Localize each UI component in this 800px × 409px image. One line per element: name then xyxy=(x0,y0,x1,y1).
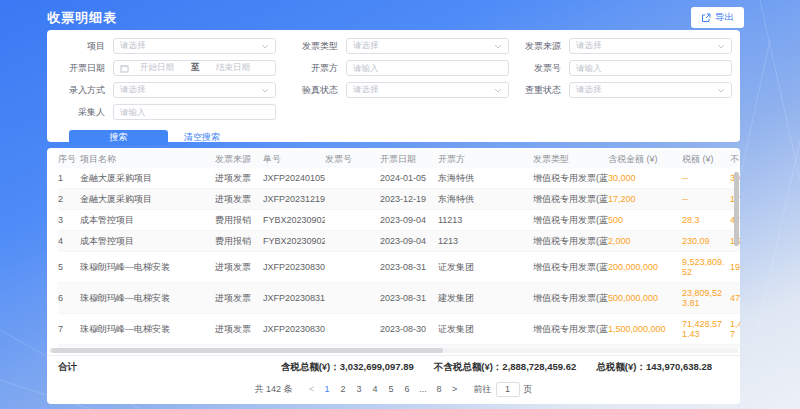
cell-no: 2 xyxy=(58,189,80,210)
cell-date: 2023-08-31 xyxy=(380,283,438,314)
page-number-5[interactable]: 5 xyxy=(385,384,398,394)
cell-order_no: JXFP20230830001 xyxy=(263,314,325,345)
search-button[interactable]: 搜索 xyxy=(69,130,168,145)
cell-issuer: 1213 xyxy=(438,231,533,252)
cell-order_no: FYBX20230902003 xyxy=(263,231,325,252)
page-ellipsis: ... xyxy=(417,384,430,394)
column-header-tax: 税额 (¥) xyxy=(682,150,730,168)
invoice-type-select[interactable]: 请选择 xyxy=(346,38,509,54)
clear-search-link[interactable]: 清空搜索 xyxy=(184,131,220,144)
goto-page-input[interactable] xyxy=(496,382,520,397)
column-header-source: 发票来源 xyxy=(215,150,263,168)
entry-method-select[interactable]: 请选择 xyxy=(113,82,276,98)
chevron-down-icon xyxy=(717,44,725,49)
end-date-placeholder: 结束日期 xyxy=(205,62,261,74)
cell-amount: 500 xyxy=(608,210,682,231)
cell-net: 190,476,190.48 xyxy=(730,252,740,283)
page-number-3[interactable]: 3 xyxy=(353,384,366,394)
cell-type: 增值税专用发票(蓝) xyxy=(533,314,608,345)
cell-amount: 17,200 xyxy=(608,189,682,210)
total-without-tax: 不含税总额(¥)：2,888,728,459.62 xyxy=(434,361,577,374)
entry-method-placeholder: 请选择 xyxy=(120,84,146,96)
cell-type: 增值税专用发票(蓝) xyxy=(533,189,608,210)
pagination: 共 142 条 < 123456...8 > 前往 页 xyxy=(47,379,740,399)
cell-project: 珠穆朗玛峰—电梯安装 xyxy=(80,252,215,283)
horizontal-scrollbar-thumb[interactable] xyxy=(51,348,443,353)
table-row[interactable]: 3成本管控项目费用报销FYBX202309020032023-09-041121… xyxy=(58,210,740,231)
page-number-2[interactable]: 2 xyxy=(337,384,350,394)
top-bar: 收票明细表 导出 xyxy=(47,7,744,28)
vertical-scrollbar-thumb[interactable] xyxy=(734,172,739,246)
invoice-date-label: 开票日期 xyxy=(59,62,105,75)
cell-no: 5 xyxy=(58,252,80,283)
cell-source: 进项发票 xyxy=(215,168,263,189)
cell-tax: 28.3 xyxy=(682,210,730,231)
invoice-type-label: 发票类型 xyxy=(276,40,338,53)
cell-type: 增值税专用发票(蓝) xyxy=(533,168,608,189)
page-number-1[interactable]: 1 xyxy=(321,384,334,394)
cell-source: 进项发票 xyxy=(215,252,263,283)
table-row[interactable]: 2金融大厦采购项目进项发票JXFP202312190022023-12-19东海… xyxy=(58,189,740,210)
export-button[interactable]: 导出 xyxy=(691,7,744,28)
project-select-placeholder: 请选择 xyxy=(120,40,146,52)
cell-tax: 71,428,571.43 xyxy=(682,314,730,345)
chevron-down-icon xyxy=(261,88,269,93)
column-header-no: 序号 xyxy=(58,150,80,168)
table-row[interactable]: 5珠穆朗玛峰—电梯安装进项发票JXFP202308300022023-08-31… xyxy=(58,252,740,283)
column-header-order_no: 单号 xyxy=(263,150,325,168)
cell-type: 增值税专用发票(蓝) xyxy=(533,231,608,252)
page-number-list: 123456...8 xyxy=(321,384,446,394)
table-row[interactable]: 1金融大厦采购项目进项发票JXFP202401050012024-01-05东海… xyxy=(58,168,740,189)
horizontal-scrollbar[interactable] xyxy=(49,348,738,353)
table-row[interactable]: 7珠穆朗玛峰—电梯安装进项发票JXFP202308300012023-08-30… xyxy=(58,314,740,345)
cell-issuer: 东海特供 xyxy=(438,189,533,210)
cell-no: 7 xyxy=(58,314,80,345)
invoice-table-body: 1金融大厦采购项目进项发票JXFP202401050012024-01-05东海… xyxy=(58,168,740,348)
cell-project: 金融大厦采购项目 xyxy=(80,189,215,210)
page-number-4[interactable]: 4 xyxy=(369,384,382,394)
verify-status-select[interactable]: 请选择 xyxy=(346,82,509,98)
cell-project: 珠穆朗玛峰—电梯安装 xyxy=(80,283,215,314)
cell-amount: 30,000 xyxy=(608,168,682,189)
column-header-issuer: 开票方 xyxy=(438,150,533,168)
cell-source: 进项发票 xyxy=(215,314,263,345)
column-header-invoice_no: 发票号 xyxy=(325,150,380,168)
next-page-button[interactable]: > xyxy=(449,384,461,394)
table-row[interactable]: 6珠穆朗玛峰—电梯安装进项发票JXFP202308310012023-08-31… xyxy=(58,283,740,314)
cell-order_no: FYBX20230902003 xyxy=(263,210,325,231)
cell-date: 2023-12-19 xyxy=(380,189,438,210)
page-number-8[interactable]: 8 xyxy=(433,384,446,394)
invoice-type-placeholder: 请选择 xyxy=(353,40,379,52)
column-header-net: 不含税金额 (¥) xyxy=(730,150,740,168)
invoice-no-input[interactable] xyxy=(576,63,725,73)
dup-status-select[interactable]: 请选择 xyxy=(569,82,732,98)
chevron-down-icon xyxy=(494,44,502,49)
cell-project: 金融大厦采购项目 xyxy=(80,168,215,189)
invoice-date-range-picker[interactable]: 开始日期 至 结束日期 xyxy=(113,60,276,76)
collector-label: 采集人 xyxy=(59,106,105,119)
collector-input[interactable] xyxy=(120,107,269,117)
cell-amount: 200,000,000 xyxy=(608,252,682,283)
cell-source: 费用报销 xyxy=(215,231,263,252)
cell-issuer: 证发集团 xyxy=(438,252,533,283)
page-number-6[interactable]: 6 xyxy=(401,384,414,394)
table-scroll-area: 序号项目名称发票来源单号发票号开票日期开票方发票类型含税金额 (¥)税额 (¥)… xyxy=(47,148,740,348)
cell-tax: -- xyxy=(682,189,730,210)
cell-invoice_no xyxy=(325,231,380,252)
cell-date: 2023-09-04 xyxy=(380,210,438,231)
collector-input-wrap xyxy=(113,104,276,120)
prev-page-button[interactable]: < xyxy=(306,384,318,394)
invoice-source-select[interactable]: 请选择 xyxy=(569,38,732,54)
cell-invoice_no xyxy=(325,168,380,189)
cell-net: 476,190,476.19 xyxy=(730,283,740,314)
totals-group: 含税总额(¥)：3,032,699,097.89 不含税总额(¥)：2,888,… xyxy=(281,361,712,374)
issuer-input[interactable] xyxy=(353,63,502,73)
table-row[interactable]: 4成本管控项目费用报销FYBX202309020032023-09-041213… xyxy=(58,231,740,252)
project-select[interactable]: 请选择 xyxy=(113,38,276,54)
issuer-input-wrap xyxy=(346,60,509,76)
project-label: 项目 xyxy=(59,40,105,53)
goto-suffix: 页 xyxy=(524,383,533,396)
dup-status-label: 查重状态 xyxy=(509,84,561,97)
date-separator: 至 xyxy=(185,62,205,74)
cell-order_no: JXFP20230831001 xyxy=(263,283,325,314)
